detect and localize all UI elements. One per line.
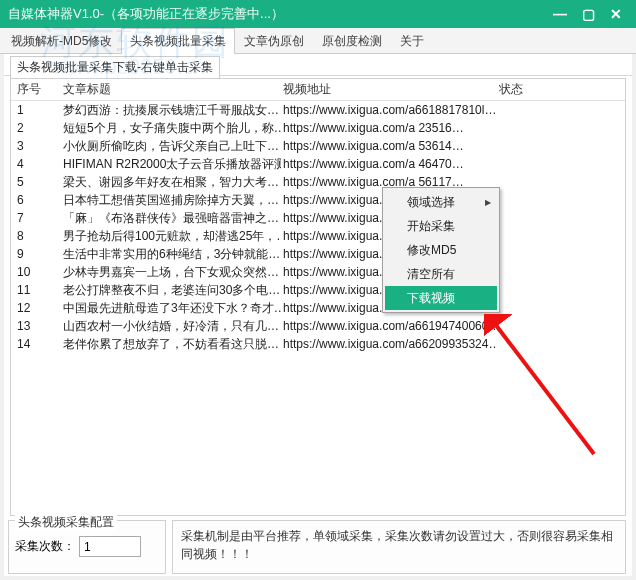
col-header-status[interactable]: 状态 xyxy=(497,81,625,98)
table-row[interactable]: 12中国最先进航母造了3年还没下水？奇才…https://www.ixigua.… xyxy=(11,299,625,317)
cell-url: https://www.ixigua.com/a 23516… xyxy=(281,121,497,135)
cell-title: 老公打牌整夜不归，老婆连问30多个电… xyxy=(61,282,281,299)
col-header-index[interactable]: 序号 xyxy=(11,81,61,98)
config-group-title: 头条视频采集配置 xyxy=(15,514,117,531)
cell-index: 12 xyxy=(11,301,61,315)
col-header-url[interactable]: 视频地址 xyxy=(281,81,497,98)
tab-originality-check[interactable]: 原创度检测 xyxy=(313,28,391,54)
cell-index: 5 xyxy=(11,175,61,189)
menu-item-modify-md5[interactable]: 修改MD5 xyxy=(385,238,497,262)
cell-index: 14 xyxy=(11,337,61,351)
close-button[interactable]: ✕ xyxy=(602,3,630,25)
context-menu: 领域选择 开始采集 修改MD5 清空所有 下载视频 xyxy=(382,187,500,313)
cell-title: 中国最先进航母造了3年还没下水？奇才… xyxy=(61,300,281,317)
titlebar: 自媒体神器V1.0-（各项功能正在逐步完善中...） — ▢ ✕ xyxy=(0,0,636,28)
cell-title: 梦幻西游：抗揍展示钱塘江千哥服战女… xyxy=(61,102,281,119)
cell-index: 2 xyxy=(11,121,61,135)
cell-index: 6 xyxy=(11,193,61,207)
menu-item-domain-select[interactable]: 领域选择 xyxy=(385,190,497,214)
maximize-button[interactable]: ▢ xyxy=(574,3,602,25)
tab-toutiao-collect[interactable]: 头条视频批量采集 xyxy=(121,28,235,54)
cell-title: 老伴你累了想放弃了，不妨看看这只脱… xyxy=(61,336,281,353)
cell-index: 1 xyxy=(11,103,61,117)
minimize-button[interactable]: — xyxy=(546,3,574,25)
cell-title: 梁天、谢园多年好友在相聚，智力大考… xyxy=(61,174,281,191)
video-table: 序号 文章标题 视频地址 状态 1梦幻西游：抗揍展示钱塘江千哥服战女…https… xyxy=(10,78,626,516)
cell-url: https://www.ixigua.com/a 46470… xyxy=(281,157,497,171)
cell-index: 4 xyxy=(11,157,61,171)
main-tabs: 视频解析-MD5修改 头条视频批量采集 文章伪原创 原创度检测 关于 xyxy=(0,28,636,54)
tab-video-parse[interactable]: 视频解析-MD5修改 xyxy=(2,28,121,54)
cell-title: 小伙厕所偷吃肉，告诉父亲自己上吐下… xyxy=(61,138,281,155)
config-panel: 头条视频采集配置 采集次数： 采集机制是由平台推荐，单领域采集，采集次数请勿设置… xyxy=(8,520,626,574)
subtab-collect-download[interactable]: 头条视频批量采集下载-右键单击采集 xyxy=(10,56,220,79)
cell-title: 生活中非常实用的6种绳结，3分钟就能… xyxy=(61,246,281,263)
cell-title: 山西农村一小伙结婚，好冷清，只有几… xyxy=(61,318,281,335)
cell-index: 13 xyxy=(11,319,61,333)
table-row[interactable]: 1梦幻西游：抗揍展示钱塘江千哥服战女…https://www.ixigua.co… xyxy=(11,101,625,119)
table-row[interactable]: 13山西农村一小伙结婚，好冷清，只有几…https://www.ixigua.c… xyxy=(11,317,625,335)
table-row[interactable]: 7「麻」《布洛群侠传》最强暗器雷神之…https://www.ixigua.co… xyxy=(11,209,625,227)
menu-item-clear-all[interactable]: 清空所有 xyxy=(385,262,497,286)
cell-index: 8 xyxy=(11,229,61,243)
window-title: 自媒体神器V1.0-（各项功能正在逐步完善中...） xyxy=(8,5,546,23)
table-row[interactable]: 11老公打牌整夜不归，老婆连问30多个电…https://www.ixigua.… xyxy=(11,281,625,299)
cell-index: 7 xyxy=(11,211,61,225)
content-area: 头条视频批量采集下载-右键单击采集 序号 文章标题 视频地址 状态 1梦幻西游：… xyxy=(4,54,632,576)
collect-count-input[interactable] xyxy=(79,536,141,557)
cell-title: HIFIMAN R2R2000太子云音乐播放器评测… xyxy=(61,156,281,173)
tab-about[interactable]: 关于 xyxy=(391,28,433,54)
table-row[interactable]: 4HIFIMAN R2R2000太子云音乐播放器评测…https://www.i… xyxy=(11,155,625,173)
table-header: 序号 文章标题 视频地址 状态 xyxy=(11,79,625,101)
cell-index: 9 xyxy=(11,247,61,261)
cell-title: 男子抢劫后得100元赃款，却潜逃25年，… xyxy=(61,228,281,245)
table-row[interactable]: 9生活中非常实用的6种绳结，3分钟就能…https://www.ixigua.c… xyxy=(11,245,625,263)
collect-count-label: 采集次数： xyxy=(15,538,75,555)
cell-title: 短短5个月，女子痛失腹中两个胎儿，称… xyxy=(61,120,281,137)
tab-article-pseudo[interactable]: 文章伪原创 xyxy=(235,28,313,54)
table-row[interactable]: 2短短5个月，女子痛失腹中两个胎儿，称…https://www.ixigua.c… xyxy=(11,119,625,137)
cell-url: https://www.ixigua.com/a66194740060… xyxy=(281,319,497,333)
menu-item-download-video[interactable]: 下载视频 xyxy=(385,286,497,310)
cell-title: 「麻」《布洛群侠传》最强暗器雷神之… xyxy=(61,210,281,227)
cell-index: 10 xyxy=(11,265,61,279)
cell-url: https://www.ixigua.com/a6618817810l… xyxy=(281,103,497,117)
table-row[interactable]: 10少林寺男嘉宾一上场，台下女观众突然…https://www.ixigua.c… xyxy=(11,263,625,281)
cell-index: 11 xyxy=(11,283,61,297)
table-body: 1梦幻西游：抗揍展示钱塘江千哥服战女…https://www.ixigua.co… xyxy=(11,101,625,353)
table-row[interactable]: 8男子抢劫后得100元赃款，却潜逃25年，…https://www.ixigua… xyxy=(11,227,625,245)
subtab-row: 头条视频批量采集下载-右键单击采集 xyxy=(4,54,632,76)
cell-title: 日本特工想借英国巡捕房除掉方天翼，… xyxy=(61,192,281,209)
cell-index: 3 xyxy=(11,139,61,153)
cell-url: https://www.ixigua.com/a66209935324… xyxy=(281,337,497,351)
cell-url: https://www.ixigua.com/a 53614… xyxy=(281,139,497,153)
col-header-title[interactable]: 文章标题 xyxy=(61,81,281,98)
table-row[interactable]: 6日本特工想借英国巡捕房除掉方天翼，…https://www.ixigua.co… xyxy=(11,191,625,209)
table-row[interactable]: 14老伴你累了想放弃了，不妨看看这只脱…https://www.ixigua.c… xyxy=(11,335,625,353)
table-row[interactable]: 3小伙厕所偷吃肉，告诉父亲自己上吐下…https://www.ixigua.co… xyxy=(11,137,625,155)
config-group: 头条视频采集配置 采集次数： xyxy=(8,520,166,574)
config-note: 采集机制是由平台推荐，单领域采集，采集次数请勿设置过大，否则很容易采集相同视频！… xyxy=(172,520,626,574)
menu-item-start-collect[interactable]: 开始采集 xyxy=(385,214,497,238)
cell-title: 少林寺男嘉宾一上场，台下女观众突然… xyxy=(61,264,281,281)
table-row[interactable]: 5梁天、谢园多年好友在相聚，智力大考…https://www.ixigua.co… xyxy=(11,173,625,191)
